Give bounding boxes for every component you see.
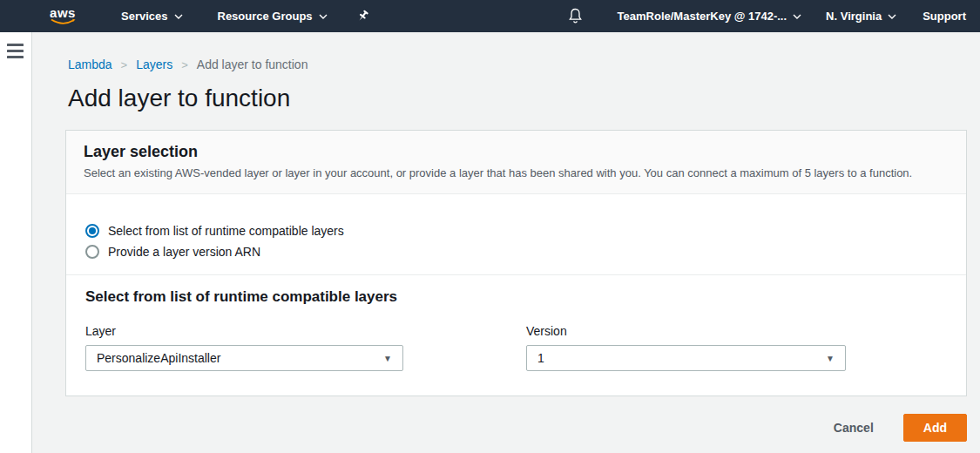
card-title: Layer selection xyxy=(84,142,949,161)
hamburger-menu-icon[interactable] xyxy=(7,44,24,58)
card-body: Select from list of runtime compatible l… xyxy=(66,194,966,396)
layer-version-fields: Layer PersonalizeApiInstaller ▼ Version … xyxy=(85,324,947,371)
layer-source-radio-group: Select from list of runtime compatible l… xyxy=(85,194,947,259)
version-field: Version 1 ▼ xyxy=(526,324,846,371)
breadcrumb-separator-icon: > xyxy=(181,58,188,71)
nav-account-label: TeamRole/MasterKey @ 1742-... xyxy=(618,10,787,23)
radio-option-label: Provide a layer version ARN xyxy=(108,245,260,259)
nav-services-label: Services xyxy=(121,10,168,23)
layer-selection-card: Layer selection Select an existing AWS-v… xyxy=(65,130,967,396)
breadcrumb-separator-icon: > xyxy=(121,58,128,71)
add-button[interactable]: Add xyxy=(903,414,967,442)
layer-select-value: PersonalizeApiInstaller xyxy=(97,351,220,365)
nav-support-label: Support xyxy=(923,10,966,23)
chevron-down-icon xyxy=(319,14,328,19)
caret-down-icon: ▼ xyxy=(383,354,392,363)
layer-field: Layer PersonalizeApiInstaller ▼ xyxy=(85,324,403,371)
nav-account-menu[interactable]: TeamRole/MasterKey @ 1742-... xyxy=(618,10,802,23)
version-field-label: Version xyxy=(526,324,846,338)
aws-logo-text: aws xyxy=(50,7,76,18)
top-navigation-bar: aws Services Resource Groups TeamRole/Ma… xyxy=(0,0,980,32)
nav-support-menu[interactable]: Support xyxy=(923,10,966,23)
chevron-down-icon xyxy=(793,14,801,19)
chevron-down-icon xyxy=(174,14,183,19)
nav-region-label: N. Virginia xyxy=(826,10,882,23)
section-title: Select from list of runtime compatible l… xyxy=(85,287,947,307)
radio-option-layer-version-arn[interactable]: Provide a layer version ARN xyxy=(85,245,947,259)
pin-icon[interactable] xyxy=(356,10,369,23)
layer-select-dropdown[interactable]: PersonalizeApiInstaller ▼ xyxy=(85,345,403,371)
aws-smile-icon xyxy=(50,18,76,25)
nav-services-menu[interactable]: Services xyxy=(121,10,183,23)
card-header: Layer selection Select an existing AWS-v… xyxy=(66,131,966,194)
nav-resource-groups-menu[interactable]: Resource Groups xyxy=(218,10,328,23)
card-description: Select an existing AWS-vended layer or l… xyxy=(84,166,949,180)
breadcrumb-item-lambda[interactable]: Lambda xyxy=(68,57,112,71)
radio-selected-icon xyxy=(85,224,99,238)
radio-unselected-icon xyxy=(85,245,99,259)
page-title: Add layer to function xyxy=(68,84,980,112)
version-select-dropdown[interactable]: 1 ▼ xyxy=(526,345,846,371)
version-select-value: 1 xyxy=(537,351,544,365)
breadcrumb-item-current: Add layer to function xyxy=(197,57,308,71)
chevron-down-icon xyxy=(888,14,896,19)
radio-option-label: Select from list of runtime compatible l… xyxy=(108,224,344,238)
caret-down-icon: ▼ xyxy=(826,354,835,363)
footer-actions: Cancel Add xyxy=(32,414,967,442)
nav-resource-groups-label: Resource Groups xyxy=(218,10,313,23)
notifications-bell-icon[interactable] xyxy=(568,8,583,24)
main-content: Lambda > Layers > Add layer to function … xyxy=(32,57,980,442)
radio-option-runtime-compatible[interactable]: Select from list of runtime compatible l… xyxy=(85,224,947,238)
nav-region-menu[interactable]: N. Virginia xyxy=(826,10,896,23)
section-divider xyxy=(66,274,966,275)
aws-logo[interactable]: aws xyxy=(50,7,76,25)
cancel-button[interactable]: Cancel xyxy=(830,416,877,440)
breadcrumb: Lambda > Layers > Add layer to function xyxy=(68,57,980,71)
breadcrumb-item-layers[interactable]: Layers xyxy=(136,57,172,71)
nav-left-group: aws Services Resource Groups xyxy=(0,7,369,25)
nav-right-group: TeamRole/MasterKey @ 1742-... N. Virgini… xyxy=(568,8,971,24)
collapsed-sidebar xyxy=(0,32,32,453)
layer-field-label: Layer xyxy=(85,324,403,338)
